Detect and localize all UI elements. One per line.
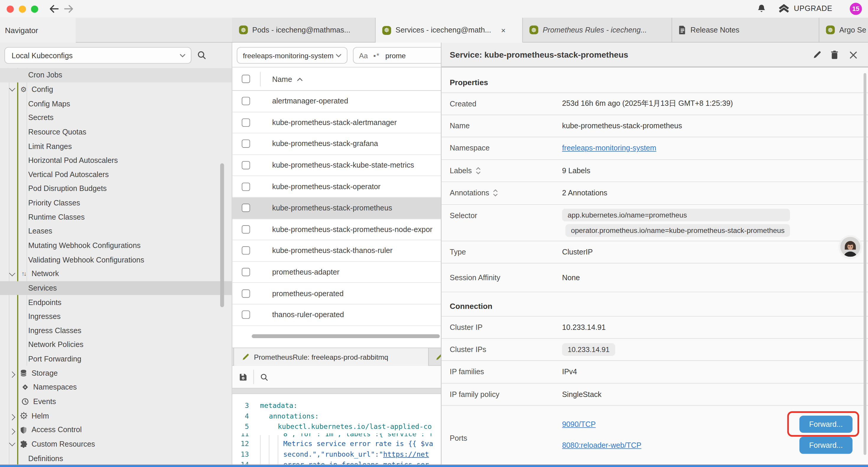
database-icon <box>19 369 28 377</box>
sidebar-group-helm[interactable]: Helm <box>0 409 232 423</box>
sidebar-item-runtime-classes[interactable]: Runtime Classes <box>0 210 232 224</box>
chevron-right-icon <box>9 428 16 435</box>
sidebar-item-endpoints[interactable]: Endpoints <box>0 295 232 310</box>
kubeconfig-select[interactable]: Local Kubeconfigs <box>4 47 191 63</box>
editor-search-icon[interactable] <box>260 373 268 381</box>
sidebar-item-network-policies[interactable]: Network Policies <box>0 338 232 352</box>
forward-arrow-icon[interactable] <box>63 4 74 16</box>
sidebar-item-pod-disruption-budgets[interactable]: Pod Disruption Budgets <box>0 181 232 196</box>
sidebar-item-priority-classes[interactable]: Priority Classes <box>0 196 232 210</box>
table-horizontal-scrollbar[interactable] <box>252 334 440 338</box>
match-case-icon[interactable]: Aa <box>359 51 368 59</box>
kubernetes-icon: ☸ <box>529 25 538 34</box>
sidebar-item-events[interactable]: Events <box>0 395 232 409</box>
sidebar-item-cron-jobs[interactable]: Cron Jobs <box>0 68 232 82</box>
sidebar-group-storage[interactable]: Storage <box>0 366 232 380</box>
service-detail-drawer: Service: kube-prometheus-stack-prometheu… <box>441 42 868 467</box>
editor-line: kubectl.kubernetes.io/last-applied-co <box>249 421 432 432</box>
pencil-icon <box>242 353 249 361</box>
namespace-select[interactable]: freeleaps-monitoring-system <box>237 47 347 63</box>
section-heading-properties: Properties <box>450 78 868 87</box>
sidebar-item-services[interactable]: Services <box>0 281 232 295</box>
search-icon[interactable] <box>197 50 207 62</box>
sidebar-group-network[interactable]: ↑↓ Network <box>0 267 232 281</box>
maximize-window-button[interactable] <box>31 5 38 12</box>
editor-line: metadata: <box>249 400 298 411</box>
row-checkbox[interactable] <box>242 311 250 319</box>
cluster-ip-chip: 10.233.14.91 <box>562 343 615 356</box>
port-link-9090[interactable]: 9090/TCP <box>562 420 596 428</box>
property-row-namespace: Namespace freeleaps-monitoring-system <box>441 137 868 159</box>
sidebar-item-config-maps[interactable]: Config Maps <box>0 96 232 111</box>
row-checkbox[interactable] <box>242 182 250 191</box>
search-query: prome <box>385 51 406 59</box>
kubernetes-icon: ☸ <box>239 25 248 34</box>
select-all-checkbox[interactable] <box>242 75 250 83</box>
search-input[interactable]: Aa ▪* prome <box>353 47 455 63</box>
sidebar-item-ingress-classes[interactable]: Ingress Classes <box>0 324 232 338</box>
port-link-8080[interactable]: 8080:reloader-web/TCP <box>562 441 641 449</box>
sidebar-scrollbar[interactable] <box>220 163 224 307</box>
column-header-name[interactable]: Name <box>272 67 303 91</box>
sidebar-item-ingresses[interactable]: Ingresses <box>0 310 232 324</box>
tab-pods[interactable]: ☸ Pods - icecheng@mathmas... <box>232 18 375 42</box>
sidebar-item-resource-quotas[interactable]: Resource Quotas <box>0 125 232 139</box>
sidebar-group-custom-resources[interactable]: Custom Resources <box>0 437 232 451</box>
row-checkbox[interactable] <box>242 289 250 298</box>
sidebar-item-port-forwarding[interactable]: Port Forwarding <box>0 352 232 366</box>
close-window-button[interactable] <box>6 5 13 12</box>
navigator-panel-tab[interactable]: Navigator <box>0 18 76 42</box>
sidebar-group-access-control[interactable]: Access Control <box>0 423 232 437</box>
edit-pencil-icon[interactable] <box>813 50 822 59</box>
chevron-right-icon <box>9 372 16 378</box>
row-checkbox[interactable] <box>242 97 250 105</box>
sidebar-item-definitions[interactable]: Definitions <box>0 451 232 466</box>
runbook-url-link[interactable]: https://net <box>383 450 429 458</box>
row-checkbox[interactable] <box>242 246 250 255</box>
selector-chip: app.kubernetes.io/name=prometheus <box>562 208 790 221</box>
sort-toggle-icon[interactable] <box>476 167 481 174</box>
navigator-sidebar: Local Kubeconfigs Cron Jobs ⚙ Config Con… <box>0 42 232 467</box>
editor-line: second.","runbook_url":"https://net <box>249 449 429 459</box>
sidebar-item-validating-webhook-configurations[interactable]: Validating Webhook Configurations <box>0 253 232 267</box>
sidebar-item-limit-ranges[interactable]: Limit Ranges <box>0 139 232 153</box>
property-row-labels: Labels 9 Labels <box>441 159 868 182</box>
row-checkbox[interactable] <box>242 204 250 212</box>
tab-close-icon[interactable]: × <box>501 26 505 34</box>
tab-argo[interactable]: ☸ Argo Se <box>819 18 868 42</box>
dock-tab-prometheusrule[interactable]: PrometheusRule: freeleaps-prod-rabbitmq <box>234 348 429 366</box>
user-avatar[interactable] <box>840 237 860 257</box>
drawer-scrollbar[interactable] <box>864 73 866 455</box>
sidebar-item-vertical-pod-autoscalers[interactable]: Vertical Pod Autoscalers <box>0 167 232 181</box>
property-row-cluster-ip: Cluster IP 10.233.14.91 <box>441 316 868 339</box>
notifications-bell-icon[interactable] <box>757 4 766 16</box>
namespace-link[interactable]: freeleaps-monitoring-system <box>562 144 656 152</box>
section-heading-connection: Connection <box>450 302 868 311</box>
sidebar-item-namespaces[interactable]: Namespaces <box>0 380 232 395</box>
regex-icon[interactable]: ▪* <box>373 51 380 59</box>
row-checkbox[interactable] <box>242 161 250 169</box>
notification-count-badge[interactable]: 15 <box>850 3 862 15</box>
sidebar-item-secrets[interactable]: Secrets <box>0 111 232 125</box>
upgrade-button[interactable]: UPGRADE <box>778 4 833 13</box>
back-arrow-icon[interactable] <box>49 4 60 16</box>
sidebar-item-leases[interactable]: Leases <box>0 224 232 238</box>
tab-services[interactable]: ☸ Services - icecheng@math... × <box>375 18 523 42</box>
row-checkbox[interactable] <box>242 268 250 276</box>
sidebar-group-config[interactable]: ⚙ Config <box>0 82 232 96</box>
property-row-selector: Selector app.kubernetes.io/name=promethe… <box>441 205 868 241</box>
row-checkbox[interactable] <box>242 140 250 148</box>
trash-icon[interactable] <box>831 50 839 59</box>
tab-release-notes[interactable]: Release Notes <box>672 18 819 42</box>
row-checkbox[interactable] <box>242 119 250 127</box>
save-icon[interactable] <box>239 373 247 381</box>
editor-line: annotations: <box>249 411 319 421</box>
sort-toggle-icon[interactable] <box>493 189 498 197</box>
minimize-window-button[interactable] <box>19 5 26 12</box>
sidebar-item-mutating-webhook-configurations[interactable]: Mutating Webhook Configurations <box>0 238 232 253</box>
tab-prometheus-rules[interactable]: ☸ Prometheus Rules - icecheng... <box>523 18 673 42</box>
sidebar-item-horizontal-pod-autoscalers[interactable]: Horizontal Pod Autoscalers <box>0 153 232 167</box>
close-icon[interactable] <box>849 51 857 59</box>
forward-button[interactable]: Forward... <box>800 437 852 454</box>
row-checkbox[interactable] <box>242 225 250 233</box>
